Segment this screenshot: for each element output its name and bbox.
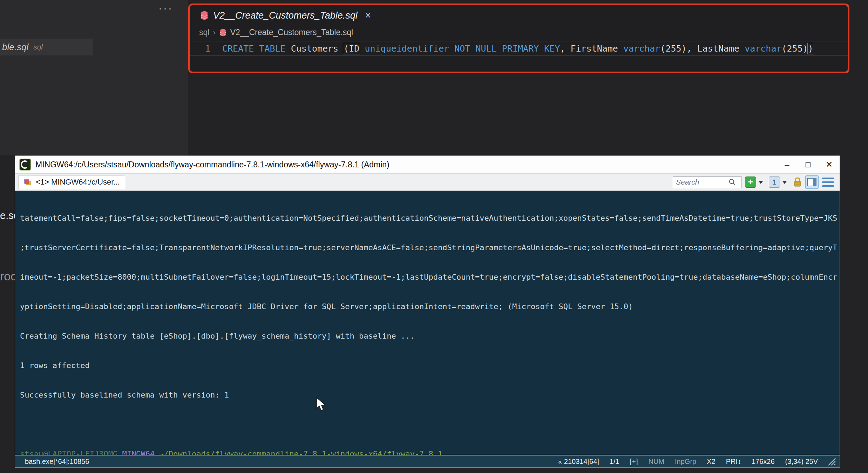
more-actions-button[interactable]: ··· (158, 2, 173, 14)
code-token-identifier: , FirstName (560, 44, 623, 54)
code-token-type: varchar (745, 44, 781, 54)
chevron-right-icon: › (213, 28, 215, 37)
search-input[interactable] (676, 178, 728, 186)
code-token-plain: (255) (782, 44, 808, 54)
terminal-tab-bar: <1> MINGW64:/c/User... + 1 (15, 173, 840, 191)
code-token-space (449, 44, 454, 54)
terminal-line: yptionSetting=Disabled;applicationName=M… (20, 302, 840, 312)
search-icon (728, 178, 736, 186)
editor-tab[interactable]: V2__Create_Customers_Table.sql × (196, 7, 374, 24)
status-console-count: 1/1 (610, 458, 619, 466)
status-numlock: NUM (648, 458, 664, 466)
prompt-path: ~/Downloads/flyway-commandline-7.8.1-win… (159, 449, 442, 455)
sql-file-icon (219, 29, 227, 36)
lock-icon (793, 177, 802, 187)
code-token-plain: (255), LastName (660, 44, 745, 54)
console-tab[interactable]: <1> MINGW64:/c/User... (19, 175, 125, 189)
close-button[interactable]: ✕ (819, 156, 840, 173)
editor-tab-label: V2__Create_Customers_Table.sql (213, 10, 358, 21)
terminal-line: imeout=-1;packetSize=8000;multiSubnetFai… (20, 272, 840, 282)
code-line[interactable]: 1CREATE TABLE Customers (ID uniqueidenti… (190, 41, 848, 56)
chevron-down-icon[interactable] (782, 181, 787, 184)
sql-file-icon (200, 11, 209, 20)
terminal-window: MINGW64:/c/Users/stsau/Downloads/flyway-… (15, 155, 840, 468)
toggle-sidebar-button[interactable] (805, 175, 819, 189)
background-panel (0, 0, 188, 155)
new-console-button[interactable]: + (745, 176, 766, 188)
desktop: ble.sql sql e.sq roce ··· V2__Create_Cus… (0, 0, 868, 473)
code-token-space (359, 44, 365, 54)
terminal-prompt-line: stsau@LAPTOP-LFIJ3QMG MINGW64 ~/Download… (20, 449, 840, 455)
terminal-line: ;trustServerCertificate=false;Transparen… (20, 243, 840, 253)
code-token-identifier: Customers (286, 44, 344, 54)
code-token-type: varchar (623, 44, 660, 54)
chevron-down-icon[interactable] (758, 181, 763, 184)
status-x2: X2 (707, 458, 715, 466)
code-token-constraint: NOT NULL PRIMARY KEY (454, 44, 560, 54)
code-token-type: uniqueidentifier (365, 44, 449, 54)
status-console-size: 176x26 (752, 458, 775, 466)
close-icon[interactable]: × (365, 10, 371, 21)
code-token-bracket-highlight: ) (808, 44, 813, 54)
terminal-line: Successfully baselined schema with versi… (20, 390, 840, 400)
code-token-bracket-highlight: (ID (344, 44, 359, 54)
terminal-title-bar: MINGW64:/c/Users/stsau/Downloads/flyway-… (15, 156, 840, 173)
prompt-user: stsau@LAPTOP-LFIJ3QMG (20, 449, 117, 455)
terminal-line-blank (20, 420, 840, 429)
console-number-icon: 1 (769, 176, 780, 188)
status-process: bash.exe[*64]:10856 (25, 458, 89, 466)
status-inpgrp: InpGrp (675, 458, 696, 466)
hamburger-menu-icon[interactable] (822, 178, 834, 187)
minimize-button[interactable]: – (777, 156, 798, 173)
conemu-icon (19, 159, 31, 171)
terminal-output[interactable]: tatementCall=false;fips=false;socketTime… (15, 191, 840, 455)
admin-lock-button[interactable] (793, 177, 802, 187)
status-build: « 210314[64] (558, 458, 599, 466)
breadcrumb-folder[interactable]: sql (199, 28, 209, 37)
search-box[interactable] (673, 176, 741, 188)
panel-layout-icon (807, 178, 816, 186)
fragment-language-label: sql (33, 43, 43, 51)
mingw-bash-icon (24, 178, 32, 186)
maximize-button[interactable]: □ (798, 156, 819, 173)
prompt-env: MINGW64 (122, 449, 155, 455)
line-number: 1 (190, 44, 222, 54)
status-priority: PRI↕ (726, 458, 741, 466)
code-token-keyword: CREATE TABLE (222, 44, 286, 54)
window-title: MINGW64:/c/Users/stsau/Downloads/flyway-… (35, 160, 777, 169)
status-cursor-pos: (3,34) 25V (785, 458, 818, 466)
terminal-line: 1 rows affected (20, 361, 840, 371)
terminal-status-bar: bash.exe[*64]:10856 « 210314[64] 1/1 [+]… (15, 455, 840, 467)
resize-grip[interactable] (827, 457, 836, 466)
background-tab-fragment: ble.sql sql (0, 39, 93, 55)
status-new-indicator: [+] (630, 458, 638, 466)
terminal-line: Creating Schema History table [eShop].[d… (20, 331, 840, 341)
console-tab-label: <1> MINGW64:/c/User... (36, 178, 120, 187)
breadcrumb: sql › V2__Create_Customers_Table.sql (199, 28, 353, 37)
mouse-pointer-icon (316, 397, 326, 412)
plus-icon: + (745, 176, 756, 188)
breadcrumb-file[interactable]: V2__Create_Customers_Table.sql (230, 28, 353, 37)
active-console-button[interactable]: 1 (769, 176, 790, 188)
terminal-line: tatementCall=false;fips=false;socketTime… (20, 213, 840, 223)
fragment-filename: ble.sql (2, 42, 28, 53)
editor-annotation-box: V2__Create_Customers_Table.sql × sql › V… (188, 4, 849, 73)
